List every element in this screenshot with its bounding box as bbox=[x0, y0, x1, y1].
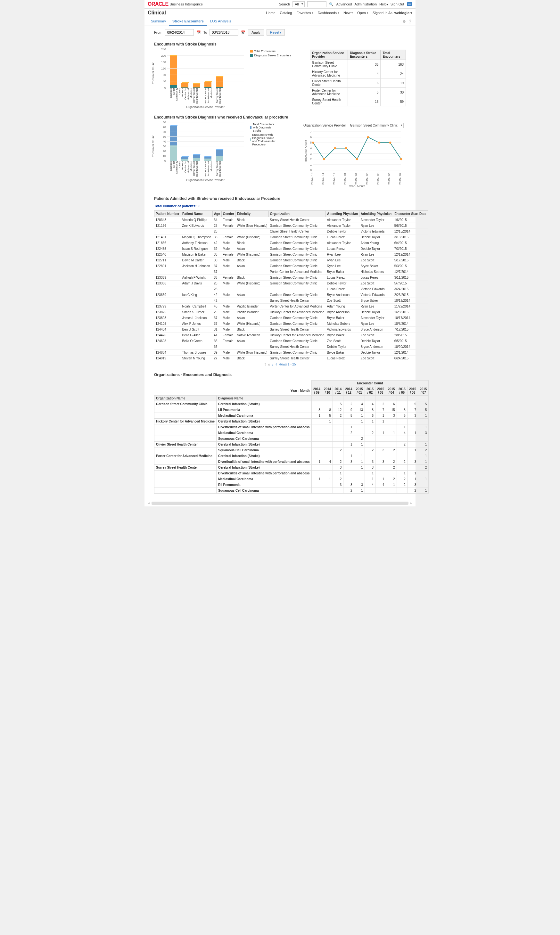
patients-subtitle: Total Number of patients: 0 bbox=[154, 204, 406, 208]
svg-rect-26 bbox=[367, 136, 369, 138]
table-row[interactable]: 42Surrey Street Health CenterZoe ScottBr… bbox=[154, 298, 428, 304]
pivot-table: Encounter CountYear - Month2014 / 092014… bbox=[154, 380, 429, 494]
tab-summary[interactable]: Summary bbox=[148, 17, 169, 26]
svg-text:2014 / 10: 2014 / 10 bbox=[311, 173, 314, 185]
scroll-left-icon[interactable]: < bbox=[147, 501, 152, 505]
osp-dropdown[interactable]: Garrison Street Community Clinic bbox=[348, 123, 404, 128]
search-icon[interactable]: 🔍 bbox=[329, 2, 334, 6]
table-row[interactable]: 124919Steven N Young27MaleBlackSurrey St… bbox=[154, 355, 428, 361]
scroll-right-icon[interactable]: > bbox=[408, 501, 413, 505]
section-title: Encounters with Stroke Diagnosis bbox=[154, 42, 406, 46]
table-row[interactable]: 37Porter Center for Advanced MedicineBry… bbox=[154, 269, 428, 275]
table-row[interactable]: 122891Jackson H Johnson37MaleAsianGarris… bbox=[154, 263, 428, 269]
svg-text:2014 / 12: 2014 / 12 bbox=[332, 173, 336, 185]
nav-new[interactable]: New bbox=[343, 11, 353, 15]
svg-text:2015 / 06: 2015 / 06 bbox=[388, 173, 391, 185]
navbar: Clinical HomeCatalogFavoritesDashboardsN… bbox=[145, 9, 415, 17]
svg-text:Year - Month: Year - Month bbox=[349, 185, 365, 188]
admin-link[interactable]: Administration bbox=[354, 2, 377, 6]
search-scope-dropdown[interactable]: All bbox=[292, 1, 305, 7]
nav-catalog[interactable]: Catalog bbox=[280, 11, 292, 15]
nav-open[interactable]: Open bbox=[357, 11, 368, 15]
svg-text:4: 4 bbox=[310, 146, 312, 149]
table-row[interactable]: 123359Aaliyah F Wright38FemaleBlackGarri… bbox=[154, 275, 428, 281]
next-icon[interactable]: ∨ bbox=[271, 363, 274, 366]
advanced-link[interactable]: Advanced bbox=[336, 2, 352, 6]
brand-sub: Business Intelligence bbox=[170, 2, 203, 6]
from-label: From bbox=[154, 31, 162, 34]
to-label: To bbox=[203, 31, 207, 34]
svg-text:3: 3 bbox=[310, 152, 312, 155]
global-header: ORACLE Business Intelligence Search All … bbox=[145, 0, 415, 9]
svg-text:1: 1 bbox=[310, 163, 312, 166]
summary-table: Organization Service ProviderDiagnosis S… bbox=[310, 50, 406, 106]
bar-chart-2: Encounter Count 10203040506070800 Garris… bbox=[154, 123, 244, 181]
table-row[interactable]: 121866Anthony F Nelson42MaleBlackGarriso… bbox=[154, 240, 428, 246]
section-title: Encounters with Stroke Diagnosis who rec… bbox=[154, 115, 406, 120]
table-row[interactable]: 120343Victoria Q Phillips34FemaleBlackSu… bbox=[154, 217, 428, 223]
table-row[interactable]: 124476Bella G Allen41FemaleNative Americ… bbox=[154, 332, 428, 338]
line-chart: Organization Service Provider Garrison S… bbox=[303, 123, 406, 188]
last-icon[interactable]: ⇩ bbox=[275, 363, 277, 366]
calendar-icon[interactable]: 📅 bbox=[196, 31, 201, 35]
app-switcher-icon[interactable]: ••• bbox=[407, 2, 412, 6]
nav-home[interactable]: Home bbox=[266, 11, 275, 15]
filter-bar: From 📅 To 📅 Apply Reset bbox=[145, 26, 415, 39]
svg-text:5: 5 bbox=[310, 141, 312, 144]
horizontal-scrollbar[interactable]: < > bbox=[145, 500, 415, 506]
table-row[interactable]: 124608Bella O Green36FemaleAsianGarrison… bbox=[154, 338, 428, 344]
table-row[interactable]: 123799Noah I Campbell45MalePacific Islan… bbox=[154, 304, 428, 309]
svg-text:2: 2 bbox=[310, 158, 312, 161]
table-pager[interactable]: ⇧ ∧ ∨ ⇩ Rows 1 - 25 bbox=[154, 363, 406, 366]
apply-button[interactable]: Apply bbox=[248, 29, 264, 35]
table-row[interactable]: 122711David M Carter30MaleBlackGarrison … bbox=[154, 258, 428, 263]
table-row[interactable]: 124404Ben U Scott31MaleBlackSurrey Stree… bbox=[154, 327, 428, 332]
nav-favorites[interactable]: Favorites bbox=[296, 11, 313, 15]
patients-table: Patient NumberPatient NameAgeGenderEthni… bbox=[154, 211, 428, 361]
calendar-icon[interactable]: 📅 bbox=[241, 31, 245, 35]
gear-icon[interactable]: ⚙ bbox=[403, 20, 406, 24]
svg-rect-28 bbox=[378, 141, 380, 144]
svg-text:2015 / 02: 2015 / 02 bbox=[355, 173, 358, 185]
chart-legend: Total EncountersDiagnosis Stroke Encount… bbox=[250, 50, 291, 58]
svg-text:2015 / 05: 2015 / 05 bbox=[377, 173, 380, 185]
table-row[interactable]: 122540Madison E Baker35FemaleWhite (Hisp… bbox=[154, 252, 428, 258]
table-row[interactable]: 36Surrey Street Health CenterDebbie Tayl… bbox=[154, 344, 428, 350]
table-row[interactable]: 123366Adam J Davis28MaleWhite (Hispanic)… bbox=[154, 281, 428, 286]
search-label: Search bbox=[279, 2, 290, 6]
table-row[interactable]: 122435Isaac S Rodriguez39MaleAsianGarris… bbox=[154, 246, 428, 252]
search-input[interactable] bbox=[307, 1, 326, 7]
first-icon[interactable]: ⇧ bbox=[264, 363, 266, 366]
nav-dashboards[interactable]: Dashboards bbox=[318, 11, 339, 15]
svg-text:0: 0 bbox=[310, 169, 312, 172]
table-row[interactable]: 28Lucas PerezVictoria Edwards3/24/2015 bbox=[154, 286, 428, 292]
table-row[interactable]: 121196Zoe K Edwards28FemaleWhite (Non-Hi… bbox=[154, 223, 428, 229]
chart-legend: Total Encounters with Diagnosis StrokeEn… bbox=[250, 123, 276, 147]
help-link[interactable]: Help bbox=[379, 2, 388, 6]
svg-text:Encounter Count: Encounter Count bbox=[304, 140, 307, 162]
table-row[interactable]: 123893James L Jackson37MaleAsianGarrison… bbox=[154, 315, 428, 321]
brand-logo: ORACLE bbox=[148, 1, 169, 7]
tab-stroke-encounters[interactable]: Stroke Encounters bbox=[169, 17, 207, 26]
section-title: Patients Admitted with Stroke who receiv… bbox=[154, 196, 406, 201]
table-row[interactable]: 124105Alex P Jones37MaleWhite (Hispanic)… bbox=[154, 321, 428, 327]
table-row[interactable]: 124884Thomas B Lopez39MaleWhite (Non-His… bbox=[154, 350, 428, 355]
table-row[interactable]: 123825Simon S Turner29MalePacific Island… bbox=[154, 309, 428, 315]
reset-button[interactable]: Reset bbox=[266, 29, 285, 35]
help-icon[interactable]: ❔ bbox=[408, 20, 412, 24]
table-row[interactable]: 123669Ian C King42MaleAsianGarrison Stre… bbox=[154, 292, 428, 298]
tabs: SummaryStroke EncountersLOS Analysis ⚙ ❔ bbox=[145, 17, 415, 26]
from-date-input[interactable] bbox=[165, 29, 194, 35]
to-date-input[interactable] bbox=[209, 29, 238, 35]
svg-text:2015 / 01: 2015 / 01 bbox=[343, 173, 347, 185]
page-title: Clinical bbox=[148, 10, 166, 16]
svg-text:6: 6 bbox=[310, 135, 312, 139]
table-row[interactable]: 121401Megan Q Thompson33FemaleWhite (His… bbox=[154, 234, 428, 240]
prev-icon[interactable]: ∧ bbox=[268, 363, 270, 366]
signed-in-as[interactable]: Signed In As weblogic ▾ bbox=[372, 11, 412, 15]
svg-text:2015 / 07: 2015 / 07 bbox=[398, 173, 402, 185]
signout-link[interactable]: Sign Out bbox=[391, 2, 404, 6]
svg-text:7: 7 bbox=[310, 130, 312, 133]
table-row[interactable]: 28Olivier Street Health CenterDebbie Tay… bbox=[154, 229, 428, 234]
tab-los-analysis[interactable]: LOS Analysis bbox=[207, 17, 234, 26]
